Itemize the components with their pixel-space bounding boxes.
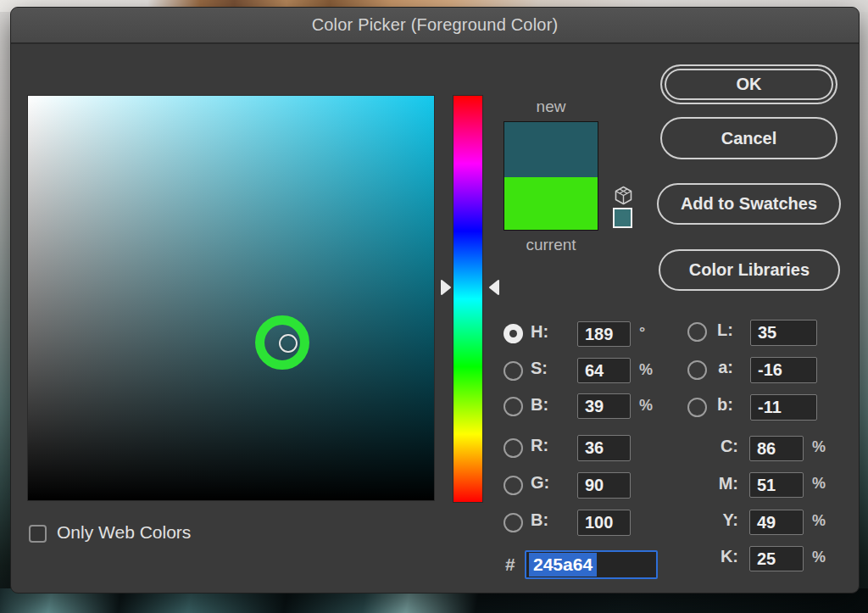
lab-a-label: a:: [711, 358, 733, 377]
cyan-input[interactable]: 86: [749, 436, 804, 461]
green-input[interactable]: 90: [577, 472, 631, 499]
saturation-input[interactable]: 64: [577, 358, 631, 383]
hex-selected-text: 245a64: [529, 553, 597, 577]
red-input[interactable]: 36: [577, 435, 631, 461]
blue-radio[interactable]: [504, 513, 523, 532]
hue-unit: °: [639, 324, 645, 342]
only-web-colors-label: Only Web Colors: [57, 522, 191, 543]
hex-input[interactable]: 245a64: [525, 550, 658, 579]
black-label: K:: [694, 547, 738, 566]
new-color-swatch: [504, 122, 598, 177]
saturation-radio[interactable]: [504, 361, 523, 381]
blue-label: B:: [531, 510, 548, 530]
dialog-title: Color Picker (Foreground Color): [312, 15, 559, 35]
lab-l-radio[interactable]: [687, 322, 707, 342]
saturation-label: S:: [531, 359, 548, 378]
magenta-label: M:: [694, 474, 738, 493]
black-unit: %: [812, 549, 826, 566]
ok-button[interactable]: OK: [660, 64, 837, 104]
magenta-unit: %: [812, 475, 826, 493]
lab-b-input[interactable]: -11: [750, 394, 817, 421]
blue-input[interactable]: 100: [577, 510, 631, 536]
hue-input[interactable]: 189: [577, 321, 631, 347]
yellow-input[interactable]: 49: [749, 510, 804, 535]
cyan-unit: %: [812, 438, 826, 456]
brightness-radio[interactable]: [504, 397, 523, 416]
green-radio[interactable]: [504, 476, 523, 495]
red-label: R:: [531, 436, 548, 455]
add-to-swatches-button[interactable]: Add to Swatches: [657, 183, 841, 225]
color-picker-dialog: Color Picker (Foreground Color) new curr…: [10, 7, 860, 593]
only-web-colors-checkbox[interactable]: [29, 525, 47, 543]
lab-l-input[interactable]: 35: [750, 320, 817, 346]
green-label: G:: [531, 473, 549, 493]
color-preview-swatches: [504, 121, 598, 231]
hue-slider-left-arrow[interactable]: [439, 278, 452, 297]
brightness-label: B:: [531, 395, 548, 415]
yellow-label: Y:: [694, 510, 738, 530]
cancel-button[interactable]: Cancel: [660, 117, 837, 159]
hex-prefix: #: [505, 554, 515, 575]
red-radio[interactable]: [504, 438, 523, 458]
lab-a-radio[interactable]: [687, 360, 707, 380]
lab-l-label: L:: [711, 320, 733, 340]
hue-slider[interactable]: [453, 95, 483, 503]
yellow-unit: %: [812, 512, 826, 530]
current-color-label: current: [504, 236, 598, 254]
color-libraries-button[interactable]: Color Libraries: [659, 249, 840, 291]
color-field-picker-marker[interactable]: [279, 334, 298, 353]
non-web-safe-warning-cube-icon[interactable]: [615, 186, 632, 205]
brightness-unit: %: [639, 397, 653, 415]
lab-a-input[interactable]: -16: [750, 357, 817, 383]
brightness-input[interactable]: 39: [577, 393, 631, 419]
lab-b-radio[interactable]: [687, 398, 707, 417]
new-color-label: new: [504, 98, 598, 116]
black-input[interactable]: 25: [749, 546, 804, 571]
saturation-unit: %: [639, 361, 653, 379]
magenta-input[interactable]: 51: [749, 472, 804, 498]
lab-b-label: b:: [711, 395, 733, 415]
hue-label: H:: [531, 322, 548, 342]
cyan-label: C:: [694, 437, 738, 456]
radio-dot: [509, 330, 517, 337]
dialog-titlebar[interactable]: Color Picker (Foreground Color): [11, 8, 859, 44]
current-color-swatch[interactable]: [504, 177, 598, 230]
hue-radio[interactable]: [504, 324, 523, 343]
hue-slider-right-arrow[interactable]: [488, 278, 501, 297]
saturation-brightness-field[interactable]: [27, 95, 435, 501]
web-safe-color-swatch[interactable]: [613, 208, 632, 228]
